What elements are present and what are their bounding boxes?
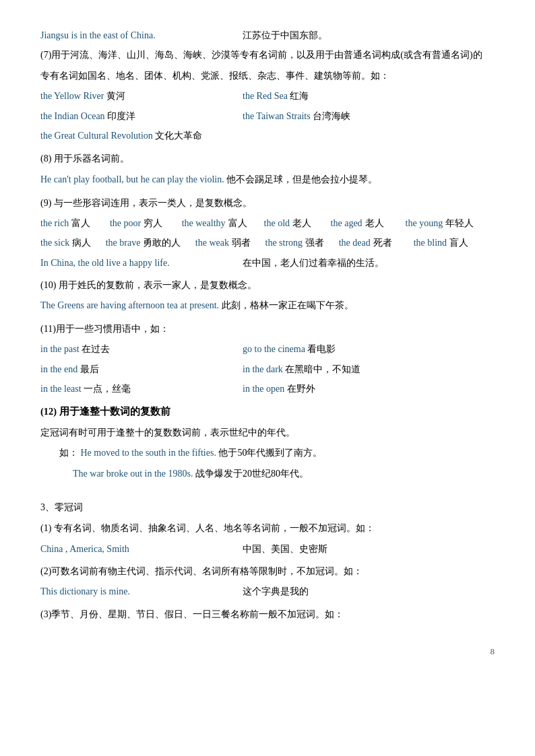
- rule8-label: (8) 用于乐器名词前。: [40, 150, 495, 168]
- example12a: 如： He moved to the south in the fifties.…: [40, 444, 495, 462]
- vocab-aged: the aged 老人: [323, 215, 384, 232]
- rule11-label: (11)用于一些习惯用语中，如：: [40, 320, 495, 339]
- example7-row3: the Great Cultural Revolution 文化大革命: [40, 127, 495, 145]
- rule9-label: (9) 与一些形容词连用，表示一类人，是复数概念。: [40, 195, 495, 213]
- example8: He can't play football, but he can play …: [40, 171, 495, 189]
- example-z1: China , America, Smith 中国、美国、史密斯: [40, 541, 495, 557]
- vocab-sick: the sick 病人: [40, 234, 91, 251]
- rule10-label: (10) 用于姓氏的复数前，表示一家人，是复数概念。: [40, 277, 495, 295]
- example9: In China, the old live a happy life. 在中国…: [40, 254, 495, 271]
- example12b: The war broke out in the 1980s. 战争爆发于20世…: [40, 465, 495, 483]
- vocab-rich: the rich 富人: [40, 215, 90, 232]
- vocab-weak: the weak 弱者: [193, 234, 251, 251]
- vocab-old: the old 老人: [259, 215, 312, 232]
- vocab-row1: the rich 富人 the poor 穷人 the wealthy 富人 t…: [40, 215, 495, 232]
- example10: The Greens are having afternoon tea at p…: [40, 297, 495, 315]
- spacer: [40, 488, 495, 499]
- vocab-strong: the strong 强者: [263, 234, 324, 251]
- rule7b-text: 专有名词如国名、地名、团体、机构、党派、报纸、杂志、事件、建筑物等前。如：: [40, 67, 495, 85]
- zero-article-heading: 3、零冠词: [40, 499, 495, 517]
- example7-row1: the Yellow River 黄河 the Red Sea 红海: [40, 88, 495, 104]
- vocab-young: the young 年轻人: [396, 215, 474, 232]
- rule7-text: (7)用于河流、海洋、山川、海岛、海峡、沙漠等专有名词前，以及用于由普通名词构成…: [40, 46, 495, 65]
- vocab-dead: the dead 死者: [336, 234, 392, 251]
- jiangsu-english: Jiangsu is in the east of China.: [40, 30, 156, 40]
- idiom-row2: in the end 最后 in the dark 在黑暗中，不知道: [40, 361, 495, 378]
- jiangsu-line: Jiangsu is in the east of China. 江苏位于中国东…: [40, 27, 495, 44]
- idiom-row3: in the least 一点，丝毫 in the open 在野外: [40, 380, 495, 397]
- vocab-row2: the sick 病人 the brave 勇敢的人 the weak 弱者 t…: [40, 234, 495, 251]
- idiom-row1: in the past 在过去 go to the cinema 看电影: [40, 341, 495, 357]
- rule-z1-label: (1) 专有名词、物质名词、抽象名词、人名、地名等名词前，一般不加冠词。如：: [40, 520, 495, 538]
- vocab-wealthy: the wealthy 富人: [175, 215, 247, 232]
- rule-z2-label: (2)可数名词前有物主代词、指示代词、名词所有格等限制时，不加冠词。如：: [40, 563, 495, 581]
- page-number: 8: [40, 644, 495, 659]
- rule12-desc: 定冠词有时可用于逢整十的复数数词前，表示世纪中的年代。: [40, 424, 495, 442]
- example7-row2: the Indian Ocean 印度洋 the Taiwan Straits …: [40, 108, 495, 125]
- vocab-brave: the brave 勇敢的人: [103, 234, 181, 251]
- jiangsu-chinese: 江苏位于中国东部。: [243, 30, 327, 40]
- rule-z3-label: (3)季节、月份、星期、节日、假日、一日三餐名称前一般不加冠词。如：: [40, 606, 495, 624]
- rule12-heading: (12) 用于逢整十数词的复数前: [40, 403, 495, 421]
- page-content: Jiangsu is in the east of China. 江苏位于中国东…: [40, 27, 495, 660]
- example-z2: This dictionary is mine. 这个字典是我的: [40, 583, 495, 600]
- vocab-blind: the blind 盲人: [404, 234, 468, 251]
- vocab-poor: the poor 穷人: [102, 215, 162, 232]
